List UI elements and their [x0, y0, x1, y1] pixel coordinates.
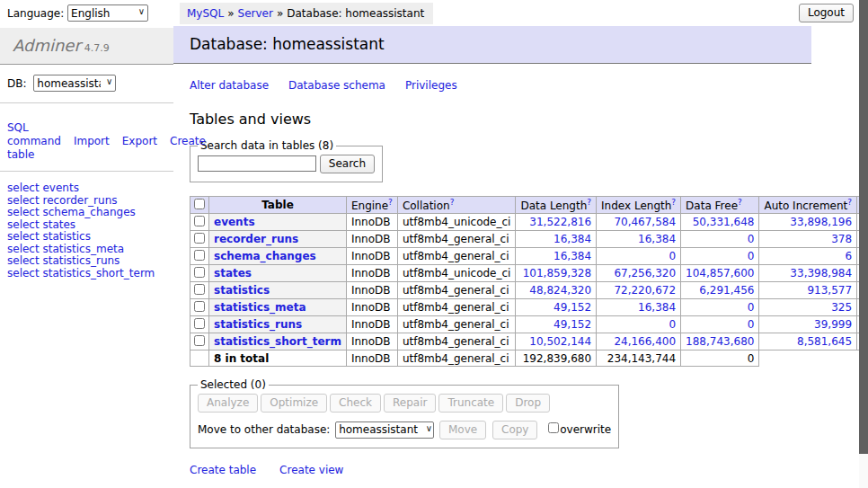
selected-legend: Selected (0) — [198, 378, 269, 391]
engine-cell: InnoDB — [346, 299, 397, 316]
index-length-cell: 16,384 — [597, 299, 681, 316]
sidebar-table-link[interactable]: select schema_changes — [7, 207, 166, 219]
auto-increment-cell: 325 — [759, 299, 857, 316]
data-length-cell: 16,384 — [516, 231, 597, 248]
sidebar-table-link[interactable]: select statistics_meta — [7, 244, 166, 256]
sidebar-table-link[interactable]: select statistics_runs — [7, 255, 166, 268]
table-link[interactable]: statistics_runs — [214, 318, 302, 331]
sidebar-action-link[interactable]: SQL command — [7, 121, 61, 147]
table-link[interactable]: statistics_short_term — [214, 335, 341, 348]
database-action-link[interactable]: Database schema — [288, 79, 385, 92]
column-header: Table — [209, 197, 347, 214]
auto-increment-cell: 913,577 — [759, 282, 857, 299]
sidebar-table-link[interactable]: select recorder_runs — [7, 195, 166, 208]
select-all-checkbox[interactable] — [194, 199, 205, 209]
index-length-cell: 72,220,672 — [597, 282, 681, 299]
table-link[interactable]: states — [214, 267, 252, 279]
index-length-cell: 70,467,584 — [597, 214, 681, 231]
index-length-cell: 67,256,320 — [597, 265, 681, 282]
database-action-link[interactable]: Privileges — [405, 79, 457, 92]
auto-increment-cell: 6 — [759, 248, 857, 265]
help-icon[interactable]: ? — [388, 198, 393, 207]
table-link[interactable]: recorder_runs — [214, 233, 298, 245]
tables-heading: Tables and views — [190, 111, 795, 128]
database-action-link[interactable]: Alter database — [190, 79, 269, 92]
create-link[interactable]: Create table — [190, 464, 256, 476]
selected-action-button[interactable]: Truncate — [438, 394, 503, 413]
row-checkbox[interactable] — [194, 335, 205, 346]
column-header: Index Length? — [597, 197, 681, 214]
help-icon[interactable]: ? — [671, 198, 676, 207]
total-row: 8 in totalInnoDButf8mb4_general_ci192,83… — [190, 350, 868, 367]
table-link[interactable]: schema_changes — [214, 250, 316, 262]
table-create-links: Create tableCreate view — [190, 464, 795, 476]
app-logo: Adminer4.7.9 — [0, 28, 173, 65]
index-length-cell: 24,166,400 — [597, 333, 681, 350]
sidebar-table-list: select eventsselect recorder_runsselect … — [7, 182, 166, 279]
selected-action-button[interactable]: Drop — [506, 394, 550, 413]
table-row: statistics_short_termInnoDButf8mb4_gener… — [190, 333, 868, 350]
selected-action-button[interactable]: Repair — [384, 394, 436, 413]
column-header: Engine? — [346, 197, 397, 214]
auto-increment-cell: 33,398,984 — [759, 265, 857, 282]
sidebar-table-link[interactable]: select events — [7, 182, 166, 195]
db-label: DB: — [7, 77, 27, 90]
row-checkbox[interactable] — [194, 318, 205, 329]
selected-action-button[interactable]: Check — [330, 394, 381, 413]
table-row: statisticsInnoDButf8mb4_general_ci48,824… — [190, 282, 868, 299]
help-icon[interactable]: ? — [450, 198, 455, 207]
help-icon[interactable]: ? — [847, 198, 852, 207]
selected-action-button[interactable]: Optimize — [261, 394, 327, 413]
language-select[interactable]: English — [67, 4, 148, 22]
sidebar-table-link[interactable]: select statistics — [7, 231, 166, 244]
sidebar-table-link[interactable]: select states — [7, 219, 166, 232]
scrollbar-thumb[interactable] — [859, 0, 868, 454]
engine-cell: InnoDB — [346, 214, 397, 231]
row-checkbox[interactable] — [194, 233, 205, 244]
table-link[interactable]: events — [214, 216, 255, 228]
table-link[interactable]: statistics — [214, 284, 270, 297]
index-length-cell: 16,384 — [597, 231, 681, 248]
row-checkbox[interactable] — [194, 267, 205, 278]
collation-cell: utf8mb4_general_ci — [397, 333, 516, 350]
data-length-cell: 16,384 — [516, 248, 597, 265]
sidebar-action-link[interactable]: Export — [122, 135, 157, 147]
help-icon[interactable]: ? — [738, 198, 742, 207]
app-name: Adminer — [13, 36, 81, 55]
language-label: Language: — [7, 7, 64, 20]
row-checkbox[interactable] — [194, 284, 205, 295]
table-link[interactable]: statistics_meta — [214, 301, 306, 314]
database-actions: Alter databaseDatabase schemaPrivileges — [190, 79, 795, 92]
search-input[interactable] — [198, 155, 316, 172]
sidebar-action-link[interactable]: Import — [74, 135, 110, 147]
index-length-cell: 0 — [597, 316, 681, 333]
data-free-cell: 0 — [681, 299, 759, 316]
move-button[interactable]: Move — [439, 421, 486, 439]
search-legend: Search data in tables (8) — [198, 139, 336, 152]
table-row: statistics_metaInnoDButf8mb4_general_ci4… — [190, 299, 868, 316]
table-row: eventsInnoDButf8mb4_unicode_ci31,522,816… — [190, 214, 868, 231]
breadcrumb-link-mysql[interactable]: MySQL — [187, 7, 224, 20]
scrollbar[interactable] — [859, 0, 868, 488]
sidebar-table-link[interactable]: select statistics_short_term — [7, 268, 166, 280]
selected-fieldset: Selected (0) AnalyzeOptimizeCheckRepairT… — [190, 378, 619, 448]
breadcrumb-link-server[interactable]: Server — [238, 7, 273, 20]
help-icon[interactable]: ? — [587, 198, 591, 207]
collation-cell: utf8mb4_general_ci — [397, 231, 516, 248]
search-button[interactable]: Search — [320, 155, 375, 173]
overwrite-checkbox[interactable] — [548, 422, 559, 433]
column-header: Collation? — [397, 197, 516, 214]
move-database-select[interactable]: homeassistant — [335, 421, 434, 439]
copy-button[interactable]: Copy — [492, 421, 537, 439]
row-checkbox[interactable] — [194, 301, 205, 312]
create-link[interactable]: Create view — [279, 464, 343, 476]
data-free-cell: 104,857,600 — [681, 265, 759, 282]
selected-action-button[interactable]: Analyze — [198, 394, 258, 413]
row-checkbox[interactable] — [194, 216, 205, 226]
logout-button[interactable]: Logout — [799, 4, 854, 22]
total-label: 8 in total — [209, 350, 347, 367]
row-checkbox[interactable] — [194, 250, 205, 261]
db-select[interactable]: homeassistant — [33, 75, 116, 92]
auto-increment-cell: 378 — [759, 231, 857, 248]
data-length-cell: 31,522,816 — [516, 214, 597, 231]
